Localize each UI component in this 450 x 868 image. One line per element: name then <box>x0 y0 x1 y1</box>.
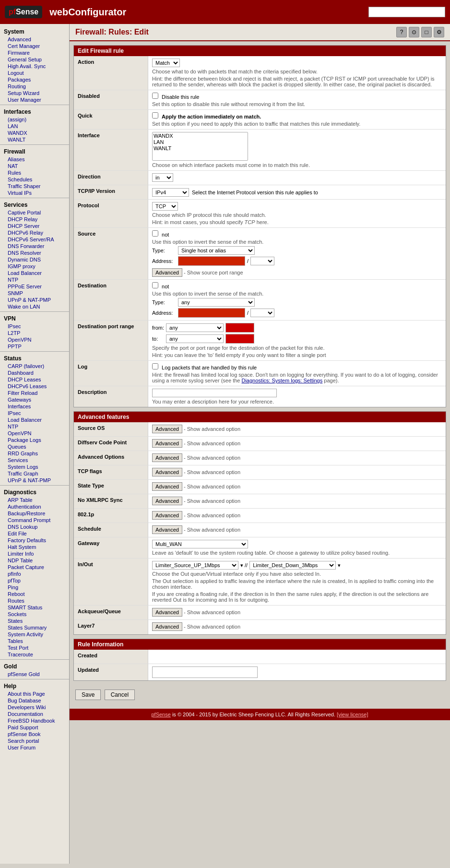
sidebar-item-queues[interactable]: Queues <box>0 443 69 450</box>
tcp-flags-advanced-btn[interactable]: Advanced <box>152 468 182 476</box>
sidebar-item-pfsense-book[interactable]: pfSense Book <box>0 731 69 737</box>
protocol-select[interactable]: TCP UDP ICMP any <box>152 202 178 211</box>
dest-mask-select[interactable] <box>250 309 274 317</box>
sidebar-item-upnp[interactable]: UPnP & NAT-PMP <box>0 297 69 303</box>
sidebar-item-states-summary[interactable]: States Summary <box>0 624 69 631</box>
disabled-checkbox-label[interactable]: Disable this rule <box>152 94 199 100</box>
sidebar-item-routing[interactable]: Routing <box>0 83 69 90</box>
sidebar-item-schedules[interactable]: Schedules <box>0 176 69 183</box>
dest-type-select[interactable]: Single host or alias any Network <box>178 298 255 307</box>
description-input[interactable]: UP_1M_DOWN_3M <box>152 389 277 397</box>
sidebar-item-openvpn-status[interactable]: OpenVPN <box>0 430 69 437</box>
sidebar-item-dhcpv6-leases[interactable]: DHCPv6 Leases <box>0 383 69 390</box>
sidebar-item-traceroute[interactable]: Traceroute <box>0 651 69 658</box>
sidebar-item-carp[interactable]: CARP (failover) <box>0 363 69 369</box>
sidebar-item-snmp[interactable]: SNMP <box>0 290 69 297</box>
sidebar-item-tables[interactable]: Tables <box>0 638 69 644</box>
advanced-options-btn[interactable]: Advanced <box>152 453 182 462</box>
sidebar-item-package-logs[interactable]: Package Logs <box>0 437 69 443</box>
refresh-icon[interactable]: ⊙ <box>409 27 419 37</box>
sidebar-item-dhcp-leases[interactable]: DHCP Leases <box>0 376 69 383</box>
sidebar-item-aliases[interactable]: Aliases <box>0 156 69 163</box>
source-os-advanced-btn[interactable]: Advanced <box>152 425 182 433</box>
dest-port-to-select[interactable]: any <box>166 334 224 343</box>
sidebar-item-arp-table[interactable]: ARP Table <box>0 497 69 503</box>
sidebar-item-dhcp-relay[interactable]: DHCP Relay <box>0 216 69 223</box>
direction-select[interactable]: in out any <box>152 173 173 182</box>
help-icon[interactable]: ? <box>396 27 407 37</box>
source-mask-select[interactable] <box>250 257 274 265</box>
sidebar-item-wanlt[interactable]: WANLT <box>0 136 69 143</box>
search-input[interactable] <box>368 7 445 17</box>
sidebar-item-bug-database[interactable]: Bug Database <box>0 697 69 704</box>
layer7-advanced-btn[interactable]: Advanced <box>152 622 182 631</box>
sidebar-item-sockets[interactable]: Sockets <box>0 611 69 618</box>
sidebar-item-dns-resolver[interactable]: DNS Resolver <box>0 250 69 256</box>
sidebar-item-ping[interactable]: Ping <box>0 584 69 591</box>
sidebar-item-assign[interactable]: (assign) <box>0 116 69 123</box>
sidebar-item-general-setup[interactable]: General Setup <box>0 56 69 63</box>
quick-checkbox-label[interactable]: Apply the action immediately on match. <box>152 114 261 119</box>
sidebar-item-states[interactable]: States <box>0 618 69 624</box>
sidebar-item-virtual-ips[interactable]: Virtual IPs <box>0 190 69 196</box>
sidebar-item-wake-on-lan[interactable]: Wake on LAN <box>0 303 69 310</box>
tcpip-select[interactable]: IPv4 IPv6 IPv4+IPv6 <box>152 188 189 197</box>
log-hint-link[interactable]: Diagnostics: System logs: Settings <box>241 378 322 383</box>
sidebar-item-lan[interactable]: LAN <box>0 123 69 130</box>
dest-port-from-select[interactable]: any <box>166 323 224 332</box>
no-xmlrpc-advanced-btn[interactable]: Advanced <box>152 497 182 505</box>
diffserv-advanced-btn[interactable]: Advanced <box>152 439 182 448</box>
ackqueue-advanced-btn[interactable]: Advanced <box>152 608 182 617</box>
sidebar-item-pppoe-server[interactable]: PPPoE Server <box>0 283 69 290</box>
sidebar-item-about[interactable]: About this Page <box>0 690 69 697</box>
sidebar-item-load-balancer-status[interactable]: Load Balancer <box>0 416 69 423</box>
sidebar-item-ipsec-status[interactable]: IPsec <box>0 410 69 416</box>
sidebar-item-rrd-graphs[interactable]: RRD Graphs <box>0 450 69 457</box>
sidebar-item-captive-portal[interactable]: Captive Portal <box>0 209 69 216</box>
sidebar-item-test-port[interactable]: Test Port <box>0 644 69 651</box>
sidebar-item-user-manager[interactable]: User Manager <box>0 96 69 103</box>
sidebar-item-user-forum[interactable]: User Forum <box>0 744 69 751</box>
state-type-advanced-btn[interactable]: Advanced <box>152 482 182 491</box>
sidebar-item-advanced[interactable]: Advanced <box>0 36 69 43</box>
sidebar-item-documentation[interactable]: Documentation <box>0 711 69 717</box>
sidebar-item-upnp-status[interactable]: UPnP & NAT-PMP <box>0 477 69 484</box>
schedule-advanced-btn[interactable]: Advanced <box>152 525 182 534</box>
sidebar-item-firmware[interactable]: Firmware <box>0 49 69 56</box>
sidebar-item-halt-system[interactable]: Halt System <box>0 544 69 550</box>
sidebar-item-traffic-shaper[interactable]: Traffic Shaper <box>0 183 69 190</box>
sidebar-item-paid-support[interactable]: Paid Support <box>0 724 69 731</box>
dest-address-input[interactable] <box>178 308 245 318</box>
cancel-button[interactable]: Cancel <box>105 690 135 700</box>
sidebar-item-dns-lookup[interactable]: DNS Lookup <box>0 523 69 530</box>
sidebar-item-ndp-table[interactable]: NDP Table <box>0 557 69 564</box>
sidebar-item-pptp[interactable]: PPTP <box>0 343 69 350</box>
sidebar-item-smart-status[interactable]: SMART Status <box>0 604 69 611</box>
save-button[interactable]: Save <box>75 690 101 700</box>
sidebar-item-filter-reload[interactable]: Filter Reload <box>0 390 69 396</box>
sidebar-item-routes[interactable]: Routes <box>0 597 69 604</box>
log-checkbox-label[interactable]: Log packets that are handled by this rul… <box>152 365 257 370</box>
inout-in-select[interactable]: Limiter_Source_UP_1Mbps <box>152 561 238 570</box>
sidebar-item-system-activity[interactable]: System Activity <box>0 631 69 638</box>
updated-input[interactable] <box>152 666 258 678</box>
sidebar-item-dynamic-dns[interactable]: Dynamic DNS <box>0 256 69 263</box>
sidebar-item-search-portal[interactable]: Search portal <box>0 737 69 744</box>
dest-port-from-input[interactable] <box>225 323 254 333</box>
sidebar-item-packet-capture[interactable]: Packet Capture <box>0 564 69 571</box>
sidebar-item-developers-wiki[interactable]: Developers Wiki <box>0 704 69 711</box>
source-type-select[interactable]: Single host or alias Network any <box>178 246 255 255</box>
settings-icon[interactable]: ⚙ <box>434 27 444 37</box>
sidebar-item-openvpn[interactable]: OpenVPN <box>0 336 69 343</box>
print-icon[interactable]: □ <box>421 27 432 37</box>
sidebar-item-pfsense-gold[interactable]: pfSense Gold <box>0 671 69 678</box>
sidebar-item-l2tp[interactable]: L2TP <box>0 330 69 336</box>
sidebar-item-wandx[interactable]: WANDX <box>0 130 69 136</box>
dest-port-to-input[interactable] <box>225 334 254 344</box>
dest-not-checkbox[interactable] <box>152 282 158 288</box>
sidebar-item-nat[interactable]: NAT <box>0 163 69 169</box>
source-address-input[interactable]: ALL_IP <box>178 256 245 266</box>
sidebar-item-backup-restore[interactable]: Backup/Restore <box>0 510 69 517</box>
action-select[interactable]: Block Pass Match Reject <box>152 59 180 67</box>
sidebar-item-pfinfo[interactable]: pfInfo <box>0 571 69 577</box>
